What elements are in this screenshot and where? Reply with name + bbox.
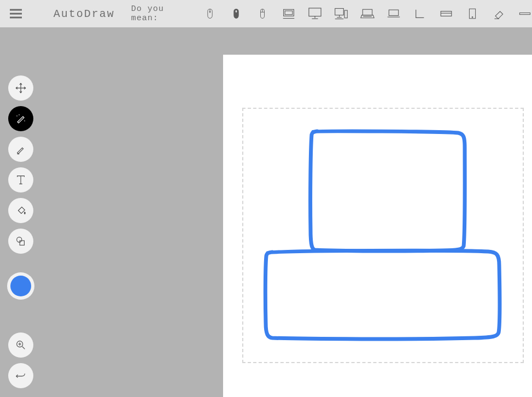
top-bar: AutoDraw Do you mean:: [0, 0, 532, 27]
tablet-icon: [468, 8, 477, 20]
svg-rect-9: [285, 11, 293, 15]
suggestion-monitor-2[interactable]: [308, 7, 322, 21]
monitor-icon: [282, 8, 295, 20]
mouse-icon: [232, 7, 240, 20]
tool-undo[interactable]: [8, 363, 33, 388]
svg-rect-25: [469, 9, 475, 19]
tool-color[interactable]: [8, 273, 33, 299]
svg-point-32: [24, 120, 25, 121]
tool-zoom[interactable]: [8, 332, 33, 358]
suggestion-monitor-1[interactable]: [282, 7, 296, 21]
mouse-icon: [259, 7, 266, 20]
svg-point-31: [16, 115, 17, 116]
magic-pencil-icon: [14, 112, 27, 125]
tool-shape[interactable]: [8, 229, 33, 254]
suggestion-tablet[interactable]: [465, 7, 480, 21]
svg-rect-28: [519, 13, 530, 14]
suggestion-mouse-3[interactable]: [255, 7, 270, 21]
laptop-icon: [387, 9, 401, 19]
suggestion-angle[interactable]: [413, 7, 427, 21]
shapes-icon: [15, 235, 27, 247]
tool-draw[interactable]: [8, 137, 33, 162]
suggestion-label: Do you mean:: [131, 4, 194, 23]
hamburger-menu[interactable]: [0, 0, 32, 27]
monitor-icon: [308, 7, 322, 20]
tool-select[interactable]: [8, 75, 33, 101]
suggestion-eraser[interactable]: [492, 7, 506, 21]
svg-rect-21: [389, 10, 398, 15]
laptop-icon: [360, 8, 375, 19]
tool-fill[interactable]: [8, 198, 33, 223]
tool-text[interactable]: [8, 167, 33, 192]
mouse-icon: [206, 7, 214, 20]
move-icon: [14, 81, 27, 95]
suggestion-laptop-2[interactable]: [387, 7, 401, 21]
left-toolbar: [8, 75, 33, 388]
svg-rect-23: [441, 11, 452, 16]
eraser-icon: [493, 8, 505, 20]
drawing-layer: [223, 55, 532, 397]
zoom-icon: [15, 339, 27, 351]
tray-icon: [439, 9, 453, 18]
svg-rect-17: [344, 10, 347, 18]
svg-point-33: [19, 114, 20, 115]
bucket-icon: [15, 205, 27, 217]
suggestion-strip: [197, 7, 532, 21]
svg-rect-19: [363, 9, 372, 15]
bar-icon: [518, 11, 532, 16]
svg-point-26: [472, 17, 473, 18]
suggestion-minus[interactable]: [518, 7, 532, 21]
desktop-icon: [334, 7, 348, 20]
suggestion-mouse-2[interactable]: [229, 7, 243, 21]
suggestion-mouse-1[interactable]: [203, 7, 217, 21]
undo-icon: [15, 370, 27, 382]
current-color-swatch: [10, 276, 31, 296]
suggestion-laptop-1[interactable]: [360, 7, 375, 21]
pencil-icon: [15, 143, 27, 155]
hamburger-icon: [9, 8, 23, 19]
angle-icon: [414, 8, 426, 20]
svg-point-34: [17, 237, 22, 242]
tool-autodraw[interactable]: [8, 106, 33, 131]
svg-line-37: [22, 347, 25, 349]
svg-rect-11: [309, 8, 321, 16]
canvas[interactable]: [223, 55, 532, 397]
suggestion-desktop[interactable]: [334, 7, 348, 21]
suggestion-tray[interactable]: [439, 7, 453, 21]
svg-rect-14: [335, 8, 344, 15]
svg-point-5: [236, 10, 237, 13]
app-title: AutoDraw: [54, 8, 115, 20]
text-icon: [15, 174, 27, 186]
svg-rect-35: [20, 241, 24, 245]
